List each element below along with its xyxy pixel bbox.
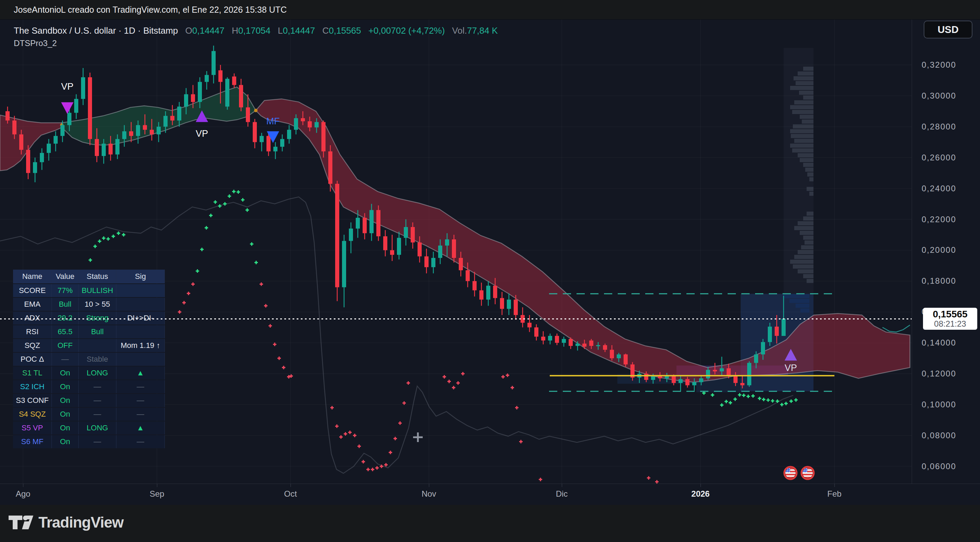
price-axis-label: 0,18000 bbox=[922, 276, 956, 286]
time-axis-label: Dic bbox=[556, 489, 568, 499]
price-axis-label: 0,08000 bbox=[922, 431, 956, 440]
table-cell-status: Stable bbox=[79, 353, 116, 366]
table-cell-sig bbox=[116, 298, 165, 311]
tradingview-logo[interactable]: TradingView bbox=[8, 514, 123, 531]
price-axis-label: 0,20000 bbox=[922, 245, 956, 255]
table-cell-name: S2 ICH bbox=[13, 380, 52, 393]
time-axis-tick bbox=[23, 484, 23, 487]
candle-body bbox=[383, 236, 387, 250]
candle-body bbox=[198, 82, 202, 102]
economic-event-flag-icon[interactable] bbox=[802, 467, 814, 479]
candle-body bbox=[527, 323, 531, 327]
time-axis-label: Feb bbox=[827, 489, 841, 499]
candle-body bbox=[733, 375, 738, 383]
table-cell-status: LONG bbox=[79, 421, 116, 435]
candle-body bbox=[569, 339, 573, 346]
candle-body bbox=[500, 298, 504, 309]
candle-body bbox=[541, 336, 545, 340]
volume-label: Vol. bbox=[452, 26, 467, 36]
candle-body bbox=[507, 300, 511, 309]
time-axis-label: Oct bbox=[284, 489, 297, 499]
candle-body bbox=[438, 245, 442, 258]
candle-body bbox=[775, 327, 779, 336]
tradingview-chart-screenshot: JoseAntonioL creado con TradingView.com,… bbox=[0, 0, 980, 542]
candle-body bbox=[390, 250, 394, 255]
candle-body bbox=[534, 327, 538, 336]
candle-body bbox=[651, 376, 655, 380]
time-axis-tick bbox=[834, 484, 835, 487]
vp-marker-label: VP bbox=[61, 81, 73, 92]
economic-event-flag-icon[interactable] bbox=[784, 467, 797, 479]
candle-body bbox=[603, 345, 607, 350]
candle-body bbox=[679, 379, 682, 383]
candle-body bbox=[727, 368, 731, 375]
candle-body bbox=[466, 270, 470, 281]
tradingview-logo-icon bbox=[8, 515, 33, 530]
candle-body bbox=[108, 143, 113, 154]
change-value: +0,00702 (+4,72%) bbox=[368, 26, 445, 36]
table-cell-name: S4 SQZ bbox=[13, 408, 52, 421]
current-price-line bbox=[0, 319, 912, 319]
candle-body bbox=[431, 258, 435, 267]
table-cell-value: 77% bbox=[52, 284, 79, 297]
table-row: S1 TLOnLONG▲ bbox=[13, 367, 165, 379]
candle-body bbox=[136, 125, 140, 136]
candle-body bbox=[33, 162, 37, 173]
table-cell-name: POC Δ bbox=[13, 353, 52, 366]
candle-body bbox=[486, 286, 490, 300]
open-value: 0,14447 bbox=[192, 26, 224, 36]
table-cell-name: RSI bbox=[13, 325, 52, 338]
indicator-name-label[interactable]: DTSPro3_2 bbox=[14, 38, 57, 48]
candle-body bbox=[582, 343, 587, 347]
candle-body bbox=[425, 256, 428, 267]
table-cell-sig: — bbox=[116, 408, 165, 421]
tradingview-logo-text: TradingView bbox=[38, 514, 123, 531]
candle-body bbox=[713, 370, 717, 371]
price-axis-label: 0,26000 bbox=[922, 153, 956, 163]
countdown-timer: 08:21:23 bbox=[934, 319, 966, 328]
symbol-title[interactable]: The Sandbox / U.S. dollar · 1D · Bitstam… bbox=[14, 26, 178, 36]
candle-body bbox=[81, 77, 85, 99]
candle-body bbox=[40, 153, 44, 162]
table-cell-value: On bbox=[52, 380, 79, 393]
candle-body bbox=[95, 139, 99, 156]
table-cell-sig: ▲ bbox=[116, 421, 165, 435]
candle-body bbox=[576, 343, 580, 346]
table-cell-name: SCORE bbox=[13, 284, 52, 297]
candle-body bbox=[473, 281, 477, 290]
candle-body bbox=[294, 118, 298, 130]
table-cell-value: On bbox=[52, 394, 79, 407]
candle-body bbox=[218, 70, 223, 82]
table-cell-sig: — bbox=[116, 435, 165, 448]
candle-body bbox=[740, 383, 745, 386]
current-price-tag: 0,15565 08:21:23 bbox=[923, 308, 977, 330]
candle-body bbox=[686, 379, 689, 386]
time-axis-tick bbox=[157, 484, 157, 487]
candle-body bbox=[706, 370, 710, 378]
table-cell-status: 10 > 55 bbox=[79, 298, 116, 311]
time-axis-tick bbox=[700, 484, 701, 487]
time-axis-label: Ago bbox=[16, 489, 30, 499]
table-cell-sig: Mom 1.19 ↑ bbox=[116, 339, 165, 352]
low-label: L bbox=[278, 26, 283, 36]
price-axis-label: 0,14000 bbox=[922, 338, 956, 348]
candle-body bbox=[308, 121, 312, 128]
crosshair-icon bbox=[413, 432, 423, 442]
high-value: 0,17054 bbox=[238, 26, 270, 36]
candle-body bbox=[411, 227, 415, 242]
symbol-legend[interactable]: The Sandbox / U.S. dollar · 1D · Bitstam… bbox=[14, 26, 498, 36]
table-cell-status: — bbox=[79, 435, 116, 448]
candle-body bbox=[88, 77, 92, 139]
table-cell-sig bbox=[116, 353, 165, 366]
table-cell-status: — bbox=[79, 394, 116, 407]
table-column-header: Status bbox=[79, 269, 116, 283]
table-cell-name: S5 VP bbox=[13, 421, 52, 435]
candle-body bbox=[445, 239, 449, 245]
indicator-dashboard-table: NameValueStatusSig SCORE77%BULLISHEMABul… bbox=[13, 269, 165, 449]
candle-body bbox=[115, 139, 119, 155]
volume-value: 77,84 K bbox=[467, 26, 498, 36]
open-label: O bbox=[185, 26, 192, 36]
candle-body bbox=[102, 143, 106, 156]
candle-body bbox=[363, 218, 367, 233]
time-axis-label: 2026 bbox=[691, 489, 710, 499]
